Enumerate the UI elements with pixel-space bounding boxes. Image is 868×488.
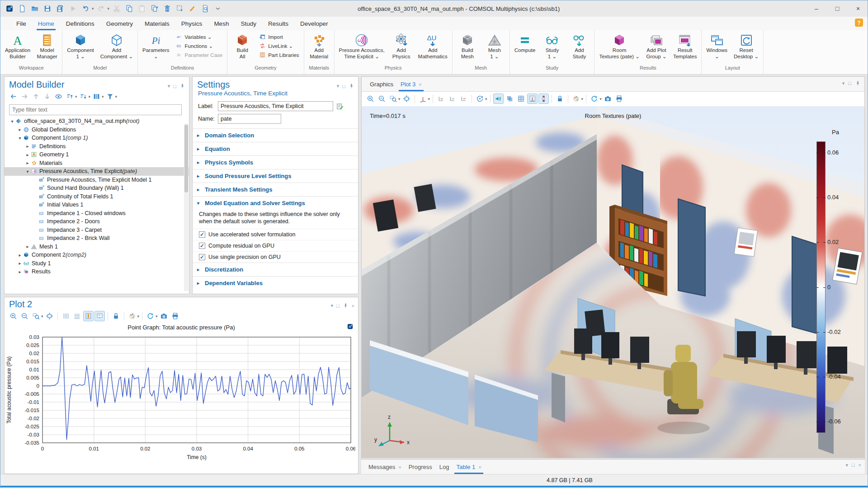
- menu-item-results[interactable]: Results: [262, 18, 294, 30]
- ribbon-button-build-all[interactable]: BuildAll: [229, 32, 255, 60]
- dropdown-arrow-icon[interactable]: ▾: [137, 314, 140, 319]
- tab-progress[interactable]: Progress: [405, 461, 436, 474]
- ribbon-button-add-mathematics[interactable]: ΔUAddMathematics: [415, 32, 450, 60]
- rename-icon[interactable]: [336, 102, 344, 110]
- ribbon-button-study-1[interactable]: Study1 ⌄: [539, 32, 565, 60]
- ribbon-button-parameters[interactable]: PiParameters⌄: [140, 32, 172, 60]
- close-button[interactable]: ×: [848, 0, 868, 17]
- sound-button[interactable]: [493, 94, 504, 104]
- zoom-extents-button[interactable]: [401, 94, 412, 104]
- run-icon[interactable]: [67, 3, 78, 14]
- zoom-box-button[interactable]: [388, 94, 398, 104]
- settings-section-domain-selection[interactable]: ▸Domain Selection: [193, 128, 358, 142]
- dropdown-arrow-icon[interactable]: ▾: [92, 6, 94, 11]
- tab-close-icon[interactable]: ×: [478, 465, 481, 470]
- tree-open-chevron-icon[interactable]: ▾: [24, 169, 31, 174]
- filter-button[interactable]: [105, 91, 115, 102]
- dropdown-icon[interactable]: ▾: [842, 80, 845, 86]
- settings-section-transient-mesh-settings[interactable]: ▸Transient Mesh Settings: [193, 183, 358, 196]
- settings-section-discretization[interactable]: ▸Discretization: [193, 263, 358, 276]
- ribbon-button-part-libraries[interactable]: Part Libraries: [257, 51, 301, 59]
- tree-item-study-1[interactable]: ▸Study 1: [5, 259, 189, 268]
- tree-item-pressure-acoustics-time-explicit[interactable]: ▾ωPressure Acoustics, Time Explicit (pat…: [5, 167, 189, 176]
- dropdown-icon[interactable]: ▾: [845, 462, 848, 468]
- dropdown-arrow-icon[interactable]: ▾: [156, 314, 158, 319]
- print-button[interactable]: [614, 94, 624, 104]
- pin-icon[interactable]: [855, 80, 861, 86]
- annot-toggle-button[interactable]: [94, 311, 105, 321]
- tree-item-impedance-1-closed-windows[interactable]: Impedance 1 - Closed windows: [5, 209, 189, 218]
- menu-item-definitions[interactable]: Definitions: [60, 18, 100, 30]
- view-xy-button[interactable]: xy: [436, 94, 446, 104]
- ribbon-button-result-templates[interactable]: ResultTemplates: [670, 32, 699, 60]
- arrow-down-button[interactable]: [42, 91, 52, 102]
- grid-icon-button[interactable]: [516, 94, 526, 104]
- checkbox[interactable]: ✓: [199, 231, 205, 238]
- pin-icon[interactable]: [179, 83, 185, 89]
- ribbon-button-add-study[interactable]: AddStudy: [566, 32, 592, 60]
- tab-graphics[interactable]: Graphics: [366, 78, 397, 91]
- arrow-left-button[interactable]: [8, 91, 19, 102]
- pin-icon[interactable]: [349, 83, 354, 89]
- dropdown-arrow-icon[interactable]: ▾: [599, 97, 602, 101]
- dropdown-arrow-icon[interactable]: ▾: [398, 97, 401, 101]
- menu-item-materials[interactable]: Materials: [139, 18, 175, 30]
- tab-table-1[interactable]: Table 1×: [453, 461, 485, 474]
- filter-input[interactable]: [9, 104, 182, 115]
- help-icon[interactable]: ?: [854, 18, 865, 28]
- close-icon[interactable]: ×: [859, 462, 861, 468]
- palette-button[interactable]: [571, 94, 581, 104]
- transparency-button[interactable]: [505, 94, 515, 104]
- ribbon-button-pressure-acoustics-time-explicit[interactable]: ωPressure Acoustics,Time Explicit ⌄: [336, 32, 387, 60]
- tree-item-initial-values-1[interactable]: DInitial Values 1: [5, 201, 189, 209]
- tree-item-pressure-acoustics-time-explicit-model-1[interactable]: DPressure Acoustics, Time Explicit Model…: [5, 176, 189, 184]
- lock-button[interactable]: [555, 94, 565, 104]
- settings-section-physics-symbols[interactable]: ▸Physics Symbols: [193, 155, 358, 169]
- arrow-right-button[interactable]: [19, 91, 30, 102]
- label-input[interactable]: [218, 101, 333, 111]
- camera-button[interactable]: [159, 311, 169, 321]
- ribbon-button-livelink[interactable]: LiveLink ⌄: [257, 42, 301, 50]
- close-icon[interactable]: ×: [352, 303, 354, 309]
- copy-icon[interactable]: [124, 3, 135, 14]
- scrollbar-thumb[interactable]: [184, 125, 188, 192]
- menu-item-study[interactable]: Study: [235, 18, 262, 30]
- ribbon-button-add-material[interactable]: AddMaterial: [306, 32, 332, 60]
- ribbon-button-add-plot-group[interactable]: Add PlotGroup ⌄: [643, 32, 670, 60]
- tree-item-impedance-2-brick-wall[interactable]: Impedance 2 - Brick Wall: [5, 234, 189, 243]
- tree-item-global-definitions[interactable]: ▸Global Definitions: [5, 126, 189, 134]
- undo-icon[interactable]: [80, 3, 91, 14]
- zoom-in-button[interactable]: [8, 311, 19, 321]
- sort-asc-button[interactable]: [65, 91, 75, 102]
- tree-item-component-2[interactable]: ▸Component 2 (comp2): [5, 251, 189, 259]
- ribbon-button-windows[interactable]: Windows⌄: [703, 32, 730, 60]
- zoom-out-button[interactable]: [377, 94, 387, 104]
- palette-button[interactable]: [127, 311, 137, 321]
- view-xz-button[interactable]: xz: [458, 94, 469, 104]
- comsol-badge-icon[interactable]: [4, 3, 15, 14]
- ribbon-button-compute[interactable]: Compute: [512, 32, 538, 54]
- sort-desc-button[interactable]: [78, 91, 89, 102]
- tree-item-continuity-of-total-fields-1[interactable]: DContinuity of Total Fields 1: [5, 192, 189, 201]
- toolbar-chevron-icon[interactable]: [212, 3, 223, 14]
- tree-item-component-1[interactable]: ▾Component 1 (comp 1): [5, 134, 189, 142]
- point-graph-chart[interactable]: 0.030.0250.020.0150.010.0050-0.005-0.01-…: [5, 331, 358, 471]
- colorbar-icon-button[interactable]: [538, 94, 549, 104]
- ribbon-button-room-textures-pate-[interactable]: RoomTextures (pate) ⌄: [596, 32, 642, 60]
- float-icon[interactable]: □: [852, 462, 855, 468]
- tree-closed-chevron-icon[interactable]: ▸: [17, 261, 23, 266]
- menu-item-mesh[interactable]: Mesh: [208, 18, 235, 30]
- columns-button[interactable]: [91, 91, 102, 102]
- dropdown-arrow-icon[interactable]: ▾: [115, 94, 118, 99]
- float-icon[interactable]: □: [848, 80, 851, 86]
- menu-item-home[interactable]: Home: [32, 18, 60, 30]
- tab-messages[interactable]: Messages×: [365, 461, 405, 474]
- dropdown-arrow-icon[interactable]: ▾: [108, 6, 110, 11]
- tree-open-chevron-icon[interactable]: ▾: [9, 119, 15, 124]
- ribbon-button-reset-desktop[interactable]: ResetDesktop ⌄: [731, 32, 761, 60]
- axis-y-toggle-button[interactable]: [83, 311, 94, 321]
- tree-item-definitions[interactable]: ▸Definitions: [5, 142, 189, 151]
- tree-item-geometry-1[interactable]: ▸Geometry 1: [5, 150, 189, 159]
- tree-item-results[interactable]: ▸Results: [5, 267, 189, 276]
- camera-button[interactable]: [603, 94, 613, 104]
